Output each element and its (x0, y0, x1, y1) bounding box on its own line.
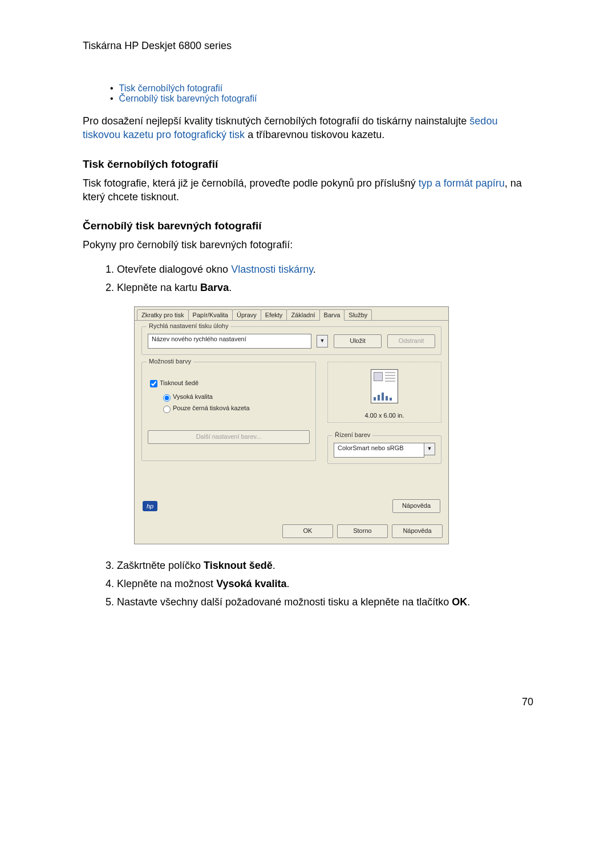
printer-properties-dialog: Zkratky pro tisk Papír/Kvalita Úpravy Ef… (134, 306, 449, 544)
hp-logo-icon: hp (143, 501, 157, 511)
checkbox-print-gray-input[interactable] (150, 380, 157, 387)
quickset-dropdown-icon[interactable]: ▼ (317, 335, 328, 347)
help-button-outer[interactable]: Nápověda (392, 524, 443, 538)
heading-bw-from-color: Černobílý tisk barevných fotografií (83, 220, 533, 232)
paragraph-instr: Pokyny pro černobílý tisk barevných foto… (83, 238, 533, 252)
ok-button[interactable]: OK (282, 524, 333, 538)
group-color-mgmt-label: Řízení barev (333, 431, 372, 438)
toc-item: Tisk černobílých fotografií (110, 83, 533, 94)
tab-services[interactable]: Služby (344, 309, 372, 320)
tab-basic[interactable]: Základní (286, 309, 319, 320)
cancel-button[interactable]: Storno (337, 524, 388, 538)
link-paper-type[interactable]: typ a formát papíru (419, 177, 505, 189)
page-header: Tiskárna HP Deskjet 6800 series (83, 40, 533, 52)
radio-black-only-input[interactable] (163, 406, 171, 413)
step-2: Klepněte na kartu Barva. (117, 280, 533, 296)
group-color-options-label: Možnosti barvy (147, 358, 193, 365)
step-3: Zaškrtněte políčko Tisknout šedě. (117, 558, 533, 574)
page-preview: 4.00 x 6.00 in. (327, 362, 441, 423)
intro-paragraph: Pro dosažení nejlepší kvality tisknutých… (83, 114, 533, 142)
delete-button: Odstranit (387, 334, 435, 348)
color-mgmt-select[interactable]: ColorSmart nebo sRGB (334, 443, 424, 458)
tab-edits[interactable]: Úpravy (232, 309, 261, 320)
link-bw-color-photos[interactable]: Černobílý tisk barevných fotografií (119, 94, 257, 103)
step-5: Nastavte všechny další požadované možnos… (117, 595, 533, 611)
toc-item: Černobílý tisk barevných fotografií (110, 94, 533, 104)
color-mgmt-dropdown-icon[interactable]: ▼ (424, 443, 435, 455)
tab-paper-quality[interactable]: Papír/Kvalita (188, 309, 233, 320)
link-printer-props[interactable]: Vlastnosti tiskárny (231, 264, 313, 275)
save-button[interactable]: Uložit (334, 334, 382, 348)
more-color-settings-button: Další nastavení barev... (148, 430, 310, 444)
preview-dimensions: 4.00 x 6.00 in. (331, 412, 437, 419)
page-number: 70 (83, 696, 533, 708)
step-4: Klepněte na možnost Vysoká kvalita. (117, 576, 533, 592)
link-bw-photos[interactable]: Tisk černobílých fotografií (119, 83, 223, 93)
group-quicksets-label: Rychlá nastavení tisku úlohy (147, 322, 230, 329)
help-button-inner[interactable]: Nápověda (392, 499, 440, 513)
radio-black-only[interactable]: Pouze černá tisková kazeta (160, 404, 310, 413)
step-1: Otevřete dialogové okno Vlastnosti tiská… (117, 262, 533, 278)
tab-shortcuts[interactable]: Zkratky pro tisk (137, 309, 189, 320)
preview-thumb-icon (374, 372, 383, 381)
heading-bw-photos: Tisk černobílých fotografií (83, 158, 533, 171)
radio-high-quality[interactable]: Vysoká kvalita (160, 393, 310, 402)
radio-high-quality-input[interactable] (163, 394, 171, 402)
paragraph-bw: Tisk fotografie, která již je černobílá,… (83, 176, 533, 204)
quickset-name-input[interactable]: Název nového rychlého nastavení (148, 334, 311, 349)
tab-effects[interactable]: Efekty (261, 309, 287, 320)
checkbox-print-gray[interactable]: Tisknout šedě (148, 378, 310, 389)
tab-color[interactable]: Barva (319, 309, 345, 321)
